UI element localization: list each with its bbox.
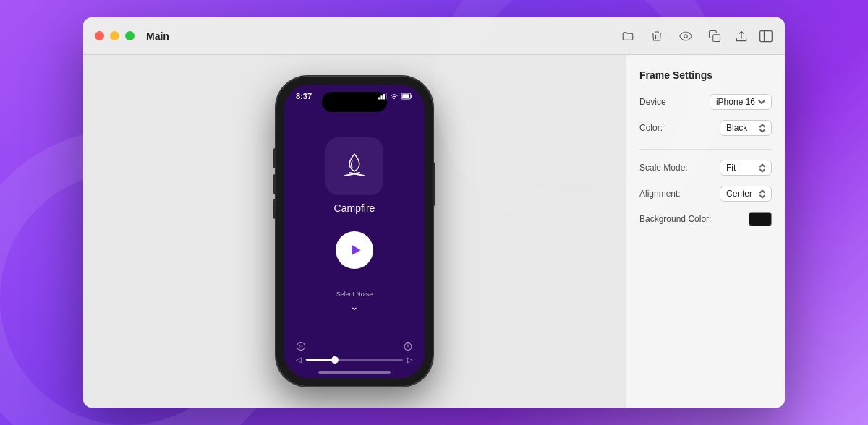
app-icon [326,137,383,195]
minimize-button[interactable] [110,31,119,40]
app-window: Main [83,17,785,408]
bg-color-swatch[interactable] [749,212,772,226]
svg-text:⊙: ⊙ [299,344,303,349]
iphone-frame: 8:37 [276,76,433,387]
svg-rect-6 [383,94,385,100]
color-value: Black [726,123,747,133]
svg-rect-5 [380,95,382,99]
svg-rect-10 [402,94,409,98]
bg-color-label: Background Color: [639,214,711,224]
alignment-setting-row: Alignment: Center [639,186,772,202]
play-button[interactable] [336,231,373,269]
status-bar: 8:37 [284,85,425,116]
svg-rect-2 [760,30,773,41]
app-name-label: Campfire [334,202,375,214]
scale-stepper[interactable]: Fit [720,160,772,176]
traffic-lights [95,31,135,40]
svg-marker-13 [352,245,361,254]
signal-icon [378,92,387,100]
battery-icon [401,92,413,100]
titlebar-right-icons [734,29,773,43]
app-content: Campfire Select Noise ⌄ [284,112,425,341]
status-time: 8:37 [296,92,312,100]
color-label: Color: [639,123,663,133]
divider-1 [639,149,772,150]
frame-settings-panel: Frame Settings Device iPhone 16 Color: B… [626,55,785,408]
volume-fill [306,359,335,361]
device-value: iPhone 16 [716,97,755,107]
alignment-label: Alignment: [639,189,681,199]
svg-rect-1 [713,34,720,41]
volume-high-icon: ▷ [407,356,413,364]
main-content: 8:37 [83,55,785,408]
scale-arrows [760,163,765,173]
device-dropdown[interactable]: iPhone 16 [710,94,772,110]
chevron-down-icon[interactable]: ⌄ [350,301,359,312]
play-icon [349,243,363,257]
duplicate-icon[interactable] [708,30,721,43]
home-indicator [318,371,391,374]
close-button[interactable] [95,31,104,40]
canvas-area: 8:37 [83,55,626,408]
scale-setting-row: Scale Mode: Fit [639,160,772,176]
timer-icon[interactable] [403,341,413,351]
scale-value: Fit [726,163,736,173]
scale-label: Scale Mode: [639,163,688,173]
campfire-icon [336,148,373,184]
svg-rect-7 [386,93,387,100]
iphone-screen: 8:37 [284,85,425,378]
color-setting-row: Color: Black [639,120,772,136]
svg-rect-9 [411,95,412,98]
eye-icon[interactable] [679,30,692,43]
toolbar-icons [621,30,721,43]
volume-thumb [331,356,339,364]
shuffle-icon[interactable]: ⊙ [296,341,306,351]
svg-point-0 [684,34,688,38]
bottom-icons: ⊙ [296,341,413,351]
device-label: Device [639,97,666,107]
folder-icon[interactable] [621,30,634,43]
alignment-stepper[interactable]: Center [720,186,772,202]
color-stepper[interactable]: Black [720,120,772,136]
select-noise-label: Select Noise [336,291,373,298]
volume-row: ◁ ▷ [296,356,413,364]
share-icon[interactable] [734,29,749,43]
bottom-bar: ⊙ ◁ ▷ [284,341,425,371]
panel-title: Frame Settings [639,69,772,81]
bg-color-setting-row: Background Color: [639,212,772,226]
trash-icon[interactable] [650,30,663,43]
alignment-value: Center [726,189,752,199]
volume-track[interactable] [306,359,403,361]
maximize-button[interactable] [125,31,135,40]
alignment-arrows [760,189,765,199]
stepper-arrows [760,124,765,133]
status-icons [378,92,413,100]
volume-low-icon: ◁ [296,356,302,364]
wifi-icon [390,92,399,100]
svg-rect-4 [378,98,380,100]
titlebar: Main [83,17,785,55]
device-setting-row: Device iPhone 16 [639,94,772,110]
sidebar-icon[interactable] [759,29,773,43]
window-title: Main [146,30,169,42]
